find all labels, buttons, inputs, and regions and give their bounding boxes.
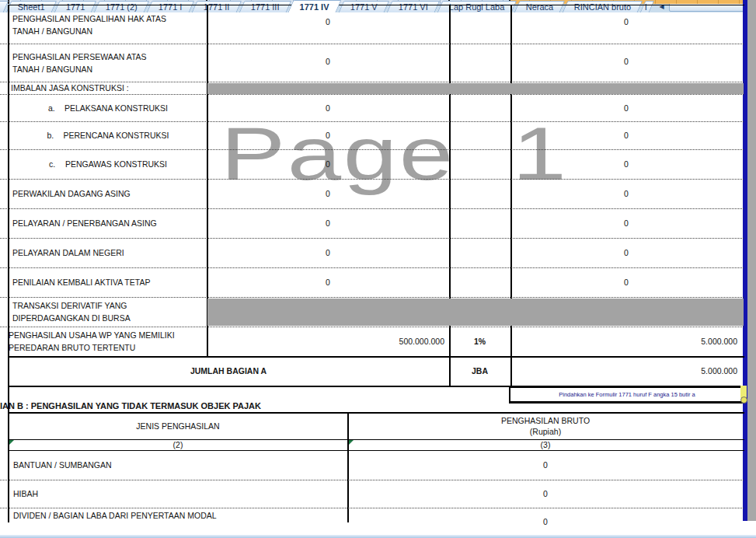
- column-header-bruto[interactable]: PENGHASILAN BRUTO (Rupiah): [348, 412, 743, 439]
- table-row: PERWAKILAN DAGANG ASING 0 0: [0, 179, 756, 208]
- item-letter: b.: [47, 129, 64, 141]
- tax-value-cell[interactable]: 0: [511, 5, 741, 44]
- rate-cell[interactable]: 1%: [450, 327, 510, 356]
- cell-value: 0: [624, 129, 629, 141]
- income-type-cell[interactable]: BANTUAN / SUMBANGAN: [13, 450, 340, 480]
- income-type-cell[interactable]: a. PELAKSANA KONSTRUKSI: [12, 94, 204, 121]
- cell-value: 0: [624, 102, 629, 114]
- label-line: IMBALAN JASA KONSTRUKSI :: [11, 82, 129, 94]
- table-row: PENGHASILAN PENGALIHAN HAK ATAS TANAH / …: [0, 5, 756, 44]
- label-line: DIPERDAGANGKAN DI BURSA: [12, 312, 131, 324]
- column-number: (2): [173, 438, 183, 451]
- income-type-cell[interactable]: c. PENGAWAS KONSTRUKSI: [12, 149, 204, 179]
- column-number-cell[interactable]: (2): [9, 438, 347, 450]
- tax-value-cell[interactable]: 0: [511, 267, 741, 297]
- income-type-cell[interactable]: PENGHASILAN PERSEWAAN ATAS TANAH / BANGU…: [12, 44, 204, 82]
- cell-value: 0: [326, 16, 330, 28]
- table-row: DIVIDEN / BAGIAN LABA DARI PENYERTAAN MO…: [0, 508, 756, 536]
- bruto-value-cell[interactable]: 0: [348, 450, 743, 480]
- sheet-tab-label: 1771 IV: [300, 2, 329, 12]
- column-number-cell[interactable]: (3): [348, 438, 743, 450]
- total-label-cell[interactable]: JUMLAH BAGIAN A: [9, 356, 448, 386]
- income-type-cell[interactable]: PELAYARAN DALAM NEGERI: [12, 238, 204, 267]
- label-line: TRANSAKSI DERIVATIF YANG: [12, 299, 127, 312]
- tax-value-cell[interactable]: 0: [511, 149, 741, 179]
- base-value-cell[interactable]: 0: [207, 267, 448, 297]
- cell-value: 0: [326, 102, 330, 114]
- label-line: PENGHASILAN PENGALIHAN HAK ATAS: [12, 12, 166, 25]
- label-line: PELAYARAN DALAM NEGERI: [12, 246, 124, 259]
- cell-value: 0: [543, 459, 548, 471]
- base-value-cell[interactable]: 0: [207, 94, 448, 121]
- table-row: a. PELAKSANA KONSTRUKSI 0 0: [0, 94, 756, 121]
- cell-value: 0: [326, 246, 330, 259]
- total-label: JUMLAH BAGIAN A: [190, 365, 267, 377]
- base-value-cell[interactable]: 500.000.000: [207, 327, 448, 356]
- income-type-cell[interactable]: HIBAH: [13, 480, 340, 508]
- tax-value-cell[interactable]: 0: [511, 94, 741, 121]
- cell-value: 0: [543, 515, 548, 528]
- label-line: PELAKSANA KONSTRUKSI: [64, 102, 168, 114]
- header-text: PENGHASILAN BRUTO: [501, 415, 590, 426]
- cell-value: 0: [624, 217, 629, 229]
- cell-value: 0: [543, 487, 548, 500]
- cell-value: 0: [326, 187, 330, 200]
- header-text: JENIS PENGHASILAN: [136, 420, 219, 432]
- base-value-cell[interactable]: 0: [207, 121, 448, 149]
- tax-value-cell[interactable]: 5.000.000: [511, 327, 741, 356]
- table-row: PELAYARAN / PENERBANGAN ASING 0 0: [0, 208, 756, 238]
- total-value-cell[interactable]: 5.000.000: [511, 356, 741, 386]
- income-type-cell[interactable]: PENGHASILAN PENGALIHAN HAK ATAS TANAH / …: [12, 5, 204, 44]
- item-letter: c.: [49, 158, 65, 170]
- label-line: PENGHASILAN USAHA WP YANG MEMILIKI: [9, 329, 175, 341]
- cell-value: 0: [326, 129, 330, 141]
- income-type-cell[interactable]: IMBALAN JASA KONSTRUKSI :: [11, 82, 202, 94]
- section-b-title[interactable]: IAN B : PENGHASILAN YANG TIDAK TERMASUK …: [0, 401, 261, 410]
- label-line: PERWAKILAN DAGANG ASING: [12, 187, 131, 200]
- object-handle-dot[interactable]: [740, 397, 747, 404]
- income-type-cell[interactable]: PELAYARAN / PENERBANGAN ASING: [12, 208, 204, 238]
- label-line: HIBAH: [13, 487, 38, 500]
- tax-value-cell[interactable]: 0: [511, 208, 741, 238]
- column-number-row: (2) (3): [0, 438, 756, 450]
- bruto-value-cell[interactable]: 0: [348, 480, 743, 508]
- column-header-jenis[interactable]: JENIS PENGHASILAN: [9, 412, 347, 439]
- income-type-cell[interactable]: PENILAIAN KEMBALI AKTIVA TETAP: [12, 267, 204, 297]
- table-row: IMBALAN JASA KONSTRUKSI :: [0, 82, 756, 94]
- bruto-value-cell[interactable]: 0: [348, 508, 743, 536]
- base-value-cell[interactable]: 0: [207, 238, 448, 267]
- error-indicator-triangle: [349, 440, 354, 445]
- base-value-cell[interactable]: 0: [207, 44, 448, 82]
- base-value-cell[interactable]: 0: [207, 149, 448, 179]
- base-value-cell[interactable]: 0: [207, 208, 448, 238]
- total-row: JUMLAH BAGIAN A JBA 5.000.000: [0, 356, 756, 386]
- label-line: PENGHASILAN PERSEWAAN ATAS: [12, 51, 147, 63]
- label-line: TANAH / BANGUNAN: [12, 25, 92, 37]
- cell-value: 0: [624, 187, 629, 200]
- sheet-tab-1771-iv-active[interactable]: 1771 IV: [288, 0, 342, 12]
- label-line: BANTUAN / SUMBANGAN: [13, 459, 112, 471]
- cell-value: 0: [624, 246, 629, 259]
- income-type-cell[interactable]: PERWAKILAN DAGANG ASING: [12, 179, 204, 208]
- tax-value-cell[interactable]: 0: [511, 44, 741, 82]
- total-code-cell[interactable]: JBA: [450, 356, 510, 386]
- tax-value-cell[interactable]: 0: [511, 179, 741, 208]
- table-row: PENGHASILAN PERSEWAAN ATAS TANAH / BANGU…: [0, 44, 756, 82]
- tax-value-cell[interactable]: 0: [511, 238, 741, 267]
- income-type-cell[interactable]: DIVIDEN / BAGIAN LABA DARI PENYERTAAN MO…: [13, 508, 340, 523]
- cell-value: 0: [624, 16, 629, 28]
- income-type-cell[interactable]: b. PERENCANA KONSTRUKSI: [12, 121, 204, 149]
- income-type-cell[interactable]: TRANSAKSI DERIVATIF YANG DIPERDAGANGKAN …: [12, 297, 204, 327]
- table-header-row: JENIS PENGHASILAN PENGHASILAN BRUTO (Rup…: [0, 412, 756, 439]
- cell-value: 0: [326, 217, 330, 229]
- income-type-cell[interactable]: PENGHASILAN USAHA WP YANG MEMILIKI PERED…: [9, 327, 204, 356]
- cell-value: 5.000.000: [701, 335, 737, 348]
- transfer-note-box[interactable]: Pindahkan ke Formulir 1771 huruf F angka…: [509, 386, 745, 404]
- label-line: PEREDARAN BRUTO TERTENTU: [9, 341, 135, 354]
- table-row: PELAYARAN DALAM NEGERI 0 0: [0, 238, 756, 267]
- window-bottom-edge: [0, 535, 756, 538]
- base-value-cell[interactable]: 0: [207, 179, 448, 208]
- cell-value: 0: [326, 158, 330, 170]
- tax-value-cell[interactable]: 0: [511, 121, 741, 149]
- cell-value: 0: [326, 276, 330, 288]
